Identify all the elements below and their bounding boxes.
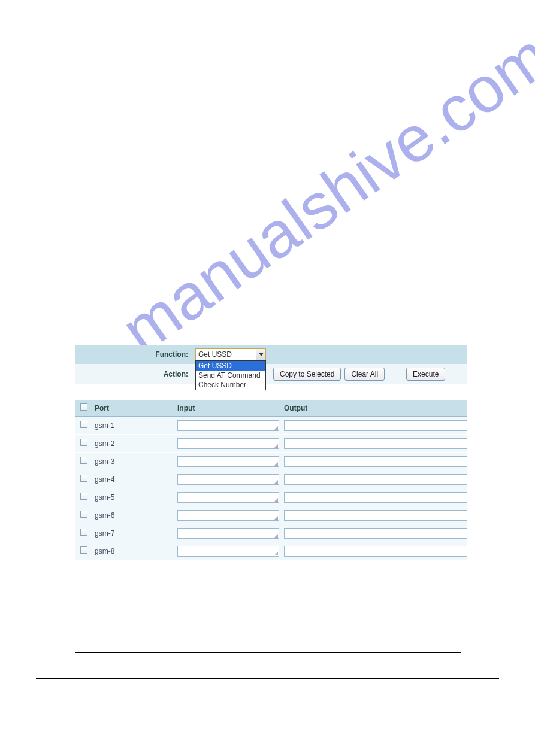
output-field[interactable]: [284, 528, 467, 539]
function-row: Function: Get USSD Get USSD Send AT Comm…: [75, 345, 467, 364]
gsm-config-panel: Function: Get USSD Get USSD Send AT Comm…: [75, 345, 467, 560]
input-field[interactable]: [177, 546, 279, 557]
row-checkbox[interactable]: [80, 421, 87, 428]
port-cell: gsm-5: [92, 493, 175, 502]
select-all-checkbox[interactable]: [80, 403, 87, 411]
function-dropdown: Get USSD Send AT Command Check Number: [195, 360, 266, 390]
input-field[interactable]: [177, 474, 279, 485]
output-field[interactable]: [284, 438, 467, 449]
output-field[interactable]: [284, 474, 467, 485]
definition-table: [75, 623, 461, 653]
row-checkbox[interactable]: [80, 493, 87, 500]
option-get-ussd[interactable]: Get USSD: [196, 361, 265, 371]
option-check-number[interactable]: Check Number: [196, 380, 265, 390]
row-checkbox[interactable]: [80, 457, 87, 464]
function-label: Function:: [75, 350, 195, 359]
output-field[interactable]: [284, 492, 467, 503]
table-row: gsm-6: [75, 506, 467, 524]
def-left-cell: [75, 623, 153, 653]
table-row: gsm-2: [75, 435, 467, 453]
chevron-down-icon: [256, 349, 265, 360]
ports-table: Port Input Output gsm-1 gsm-2 gsm-3 gsm-…: [75, 400, 467, 560]
port-cell: gsm-2: [92, 439, 175, 448]
table-row: gsm-7: [75, 524, 467, 542]
action-row: Action: Copy to Selected Clear All Execu…: [75, 364, 467, 384]
table-row: gsm-3: [75, 453, 467, 470]
output-field[interactable]: [284, 546, 467, 557]
table-row: gsm-8: [75, 542, 467, 560]
action-label: Action:: [75, 370, 195, 378]
row-checkbox[interactable]: [80, 511, 87, 518]
input-field[interactable]: [177, 456, 279, 467]
def-right-cell: [153, 623, 461, 653]
output-field[interactable]: [284, 420, 467, 431]
input-field[interactable]: [177, 420, 279, 431]
input-field[interactable]: [177, 510, 279, 521]
table-header: Port Input Output: [75, 400, 467, 417]
clear-all-button[interactable]: Clear All: [344, 368, 385, 381]
copy-to-selected-button[interactable]: Copy to Selected: [273, 368, 341, 381]
row-checkbox[interactable]: [80, 529, 87, 536]
input-field[interactable]: [177, 438, 279, 449]
function-select[interactable]: Get USSD Get USSD Send AT Command Check …: [195, 348, 266, 360]
table-row: gsm-4: [75, 470, 467, 488]
port-cell: gsm-8: [92, 547, 175, 555]
execute-button[interactable]: Execute: [406, 368, 445, 381]
port-cell: gsm-7: [92, 529, 175, 538]
table-row: gsm-1: [75, 417, 467, 435]
bottom-divider: [36, 678, 499, 679]
row-checkbox[interactable]: [80, 546, 87, 554]
output-field[interactable]: [284, 456, 467, 467]
input-field[interactable]: [177, 492, 279, 503]
output-field[interactable]: [284, 510, 467, 521]
header-output: Output: [282, 404, 467, 412]
option-send-at[interactable]: Send AT Command: [196, 371, 265, 380]
port-cell: gsm-6: [92, 511, 175, 520]
header-input: Input: [175, 404, 282, 412]
row-checkbox[interactable]: [80, 439, 87, 446]
table-row: gsm-5: [75, 488, 467, 506]
row-checkbox[interactable]: [80, 475, 87, 482]
input-field[interactable]: [177, 528, 279, 539]
header-port: Port: [92, 404, 175, 412]
function-select-value: Get USSD: [198, 350, 232, 359]
port-cell: gsm-1: [92, 421, 175, 430]
port-cell: gsm-3: [92, 457, 175, 466]
watermark-text: manualshive.com: [108, 18, 535, 368]
top-divider: [36, 51, 499, 51]
port-cell: gsm-4: [92, 475, 175, 484]
